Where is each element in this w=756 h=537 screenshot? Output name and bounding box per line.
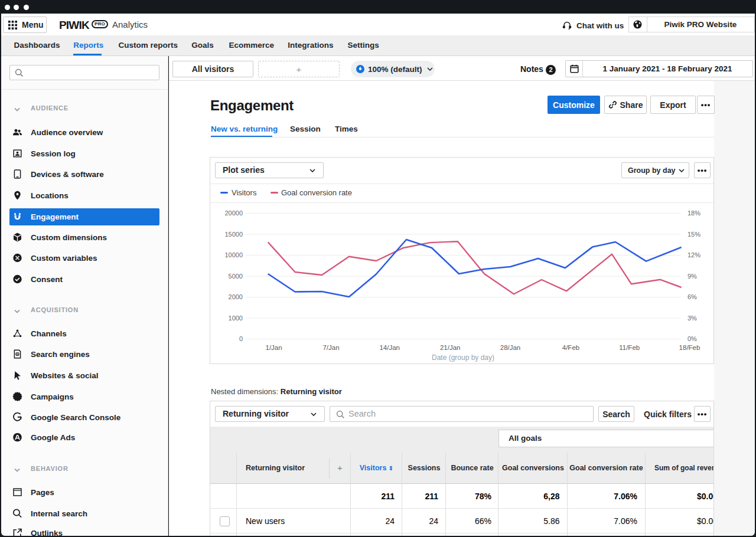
svg-text:Date (group by day): Date (group by day) [432, 353, 494, 362]
svg-text:28/Jan: 28/Jan [500, 344, 521, 351]
svg-text:21/Jan: 21/Jan [440, 344, 461, 351]
svg-text:10000: 10000 [224, 251, 243, 258]
svg-text:4/Feb: 4/Feb [562, 344, 579, 351]
svg-text:1/Jan: 1/Jan [266, 344, 282, 351]
svg-text:2000: 2000 [229, 293, 243, 300]
svg-text:11/Feb: 11/Feb [619, 344, 640, 351]
svg-text:12%: 12% [687, 251, 700, 258]
svg-text:5000: 5000 [229, 273, 243, 280]
svg-text:9%: 9% [687, 273, 697, 280]
svg-text:6%: 6% [687, 293, 697, 300]
svg-text:15%: 15% [687, 231, 700, 238]
svg-text:0%: 0% [687, 335, 697, 342]
svg-text:18%: 18% [687, 209, 700, 217]
svg-text:20000: 20000 [224, 209, 243, 217]
svg-text:14/Jan: 14/Jan [379, 344, 400, 351]
svg-text:3%: 3% [687, 315, 697, 322]
svg-text:0: 0 [239, 335, 243, 342]
svg-text:7/Jan: 7/Jan [322, 344, 339, 351]
svg-text:15000: 15000 [224, 231, 243, 238]
svg-text:18/Feb: 18/Feb [679, 344, 700, 351]
svg-text:1000: 1000 [229, 315, 243, 322]
